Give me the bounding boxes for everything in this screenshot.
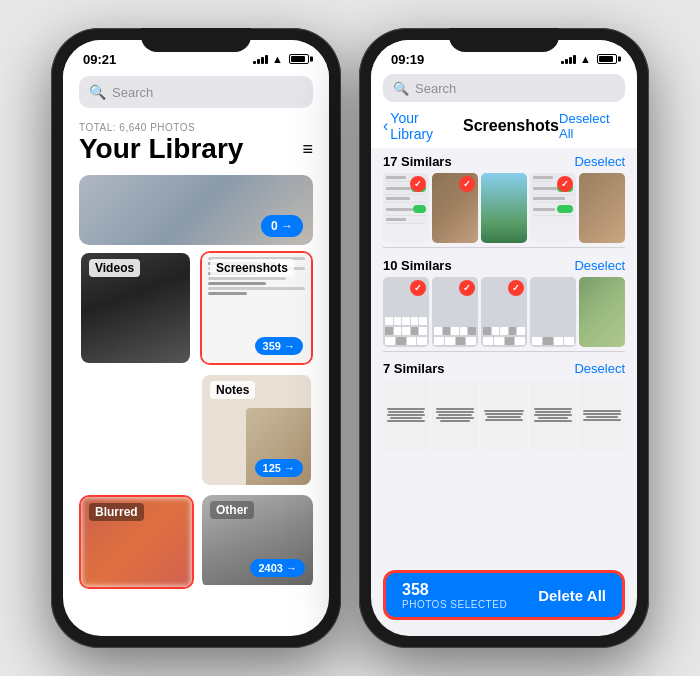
thumb-music-3[interactable] [481, 380, 527, 450]
left-phone: 09:21 ▲ 🔍 S [51, 28, 341, 648]
status-icons-left: ▲ [253, 53, 309, 65]
thumb-kbd-3[interactable]: ✓ [481, 277, 527, 347]
thumb-outdoor-bg-2 [579, 277, 625, 347]
thumb-music-4[interactable] [530, 380, 576, 450]
other-label: Other [210, 501, 254, 519]
thumb-outdoor-1[interactable] [481, 173, 527, 243]
signal-icon-right [561, 54, 576, 64]
signal-bar-1 [253, 61, 256, 64]
library-title: Your Library [79, 133, 243, 165]
screenshots-thumb: Screenshots 359 → [202, 253, 311, 363]
signal-icon [253, 54, 268, 64]
menu-icon[interactable]: ≡ [302, 139, 313, 160]
wifi-icon-right: ▲ [580, 53, 591, 65]
scr-line-6 [208, 282, 266, 285]
search-input-left[interactable]: 🔍 Search [79, 76, 313, 108]
select-badge-2: ✓ [459, 176, 475, 192]
wide-row: Blurred Other 2403 → [63, 487, 329, 589]
thumb-row-3 [371, 380, 637, 450]
library-header: TOTAL: 6,640 PHOTOS Your Library ≡ [63, 114, 329, 169]
select-badge-3: ✓ [557, 176, 573, 192]
thumb-kbd-bg-4 [530, 277, 576, 347]
back-label: Your Library [390, 110, 463, 142]
thumb-music-bg-3 [481, 380, 527, 450]
album-grid: Videos [63, 251, 329, 365]
album-videos[interactable]: Videos [79, 251, 192, 365]
section-title-1: 17 Similars [383, 154, 452, 169]
thumb-music-bg-5 [579, 380, 625, 450]
left-screen: 09:21 ▲ 🔍 S [63, 40, 329, 636]
battery-icon [289, 54, 309, 64]
album-notes[interactable]: Notes 125 → [200, 373, 313, 487]
thumb-row-2: ✓ ✓ [371, 277, 637, 347]
divider-1 [383, 247, 625, 248]
scr-line-8 [208, 292, 247, 295]
back-chevron: ‹ [383, 117, 388, 135]
search-input-right[interactable]: 🔍 Search [383, 74, 625, 102]
deselect-all-button[interactable]: Deselect All [559, 111, 625, 141]
section-header-2: 10 Similars Deselect [371, 252, 637, 277]
battery-icon-right [597, 54, 617, 64]
thumb-room-1[interactable]: ✓ [432, 173, 478, 243]
battery-fill [291, 56, 305, 62]
thumb-settings-2[interactable]: ✓ [530, 173, 576, 243]
page-title: Screenshots [463, 117, 559, 135]
thumb-outdoor-bg-1 [481, 173, 527, 243]
thumb-music-1[interactable] [383, 380, 429, 450]
bottom-action-bar: 358 PHOTOS SELECTED Delete All [383, 570, 625, 620]
signal-bar-2 [257, 59, 260, 64]
thumb-row-1: ✓ ✓ [371, 173, 637, 243]
thumb-kbd-1[interactable]: ✓ [383, 277, 429, 347]
album-other[interactable]: Other 2403 → [202, 495, 313, 589]
screenshots-badge: 359 → [255, 337, 303, 355]
notes-thumb: Notes 125 → [202, 375, 311, 485]
right-content: 17 Similars Deselect ✓ [371, 148, 637, 572]
selected-label: PHOTOS SELECTED [402, 599, 507, 610]
thumb-room-bg-2 [579, 173, 625, 243]
album-grid-2: Notes 125 → [63, 373, 329, 487]
featured-strip[interactable]: 0 → [79, 175, 313, 245]
thumb-kbd-2[interactable]: ✓ [432, 277, 478, 347]
select-badge-1: ✓ [410, 176, 426, 192]
featured-badge: 0 → [261, 215, 303, 237]
status-icons-right: ▲ [561, 53, 617, 65]
signal-bar-3 [261, 57, 264, 64]
thumb-music-5[interactable] [579, 380, 625, 450]
thumb-music-2[interactable] [432, 380, 478, 450]
scr-line-7 [208, 287, 305, 290]
thumb-music-bg-2 [432, 380, 478, 450]
search-icon: 🔍 [89, 84, 106, 100]
selected-count: 358 [402, 581, 507, 599]
photos-selected-info: 358 PHOTOS SELECTED [402, 581, 507, 610]
notes-badge: 125 → [255, 459, 303, 477]
signal-bar-4 [265, 55, 268, 64]
videos-label: Videos [89, 259, 140, 277]
thumb-outdoor-2[interactable] [579, 277, 625, 347]
thumb-music-bg-1 [383, 380, 429, 450]
other-badge: 2403 → [250, 559, 305, 577]
select-badge-kbd-2: ✓ [459, 280, 475, 296]
album-blurred[interactable]: Blurred [79, 495, 194, 589]
delete-all-button[interactable]: Delete All [538, 587, 606, 604]
deselect-2[interactable]: Deselect [574, 258, 625, 273]
time-left: 09:21 [83, 52, 116, 67]
deselect-1[interactable]: Deselect [574, 154, 625, 169]
section-title-3: 7 Similars [383, 361, 444, 376]
thumb-settings-1[interactable]: ✓ [383, 173, 429, 243]
wifi-icon: ▲ [272, 53, 283, 65]
back-button[interactable]: ‹ Your Library [383, 110, 463, 142]
screenshots-label: Screenshots [210, 259, 294, 277]
right-nav: ‹ Your Library Screenshots Deselect All [371, 106, 637, 148]
search-bar-right[interactable]: 🔍 Search [371, 72, 637, 106]
total-count: TOTAL: 6,640 PHOTOS [79, 122, 313, 133]
videos-thumb: Videos [81, 253, 190, 363]
scr-line-5 [208, 277, 286, 280]
phone-notch-right [449, 28, 559, 52]
thumb-kbd-4[interactable] [530, 277, 576, 347]
search-bar-left[interactable]: 🔍 Search [63, 72, 329, 114]
thumb-room-2[interactable] [579, 173, 625, 243]
deselect-3[interactable]: Deselect [574, 361, 625, 376]
select-badge-kbd-3: ✓ [508, 280, 524, 296]
album-screenshots[interactable]: Screenshots 359 → [200, 251, 313, 365]
section-header-3: 7 Similars Deselect [371, 355, 637, 380]
